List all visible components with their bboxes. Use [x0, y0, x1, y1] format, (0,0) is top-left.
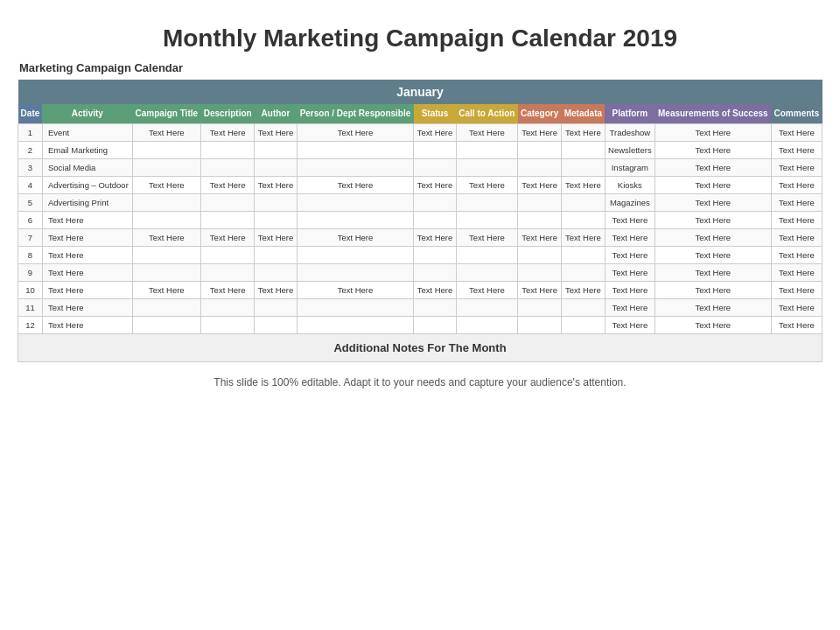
- cell-measurements: Text Here: [654, 282, 771, 299]
- cell-date: 6: [18, 212, 43, 229]
- cell-cta: [456, 264, 518, 282]
- cell-status: Text Here: [414, 282, 456, 299]
- cell-platform: Text Here: [605, 282, 654, 299]
- cell-description: [200, 317, 255, 334]
- cell-measurements: Text Here: [654, 247, 771, 264]
- cell-campaign: [132, 159, 200, 177]
- cell-date: 3: [18, 159, 43, 177]
- cell-status: [414, 142, 456, 159]
- cell-description: [200, 264, 255, 282]
- cell-category: Text Here: [518, 124, 562, 142]
- month-header-row: January: [18, 80, 822, 104]
- cell-category: [518, 142, 562, 159]
- cell-metadata: [562, 264, 606, 282]
- cell-person: Text Here: [297, 282, 414, 299]
- cell-cta: Text Here: [456, 229, 518, 247]
- table-row: 2Email MarketingNewslettersText HereText…: [18, 142, 822, 159]
- col-header-cta: Call to Action: [456, 104, 518, 124]
- cell-measurements: Text Here: [654, 212, 771, 229]
- cell-metadata: Text Here: [562, 282, 606, 299]
- col-header-comments: Comments: [771, 104, 822, 124]
- cell-description: [200, 299, 255, 317]
- cell-status: [414, 317, 456, 334]
- cell-date: 7: [18, 229, 43, 247]
- cell-status: [414, 194, 456, 212]
- cell-campaign: Text Here: [132, 177, 200, 194]
- cell-activity: Text Here: [42, 212, 132, 229]
- cell-metadata: [562, 212, 606, 229]
- cell-date: 10: [18, 282, 43, 299]
- cell-platform: Kiosks: [605, 177, 654, 194]
- cell-status: [414, 247, 456, 264]
- month-label: January: [18, 80, 822, 104]
- cell-cta: [456, 159, 518, 177]
- cell-status: Text Here: [414, 177, 456, 194]
- cell-author: Text Here: [255, 282, 297, 299]
- cell-person: [297, 142, 414, 159]
- cell-person: [297, 194, 414, 212]
- cell-comments: Text Here: [771, 124, 822, 142]
- cell-cta: [456, 299, 518, 317]
- cell-person: [297, 247, 414, 264]
- cell-activity: Email Marketing: [42, 142, 132, 159]
- table-row: 3Social MediaInstagramText HereText Here: [18, 159, 822, 177]
- cell-cta: [456, 247, 518, 264]
- cell-date: 11: [18, 299, 43, 317]
- table-row: 12Text HereText HereText HereText Here: [18, 317, 822, 334]
- cell-platform: Newsletters: [605, 142, 654, 159]
- col-header-campaign: Campaign Title: [132, 104, 200, 124]
- cell-cta: [456, 317, 518, 334]
- cell-campaign: [132, 194, 200, 212]
- col-header-person: Person / Dept Responsible: [297, 104, 414, 124]
- cell-campaign: [132, 142, 200, 159]
- cell-cta: [456, 212, 518, 229]
- col-header-measurements: Measurements of Success: [654, 104, 771, 124]
- cell-status: [414, 159, 456, 177]
- cell-metadata: [562, 299, 606, 317]
- cell-platform: Magazines: [605, 194, 654, 212]
- table-row: 11Text HereText HereText HereText Here: [18, 299, 822, 317]
- cell-campaign: [132, 317, 200, 334]
- cell-status: [414, 299, 456, 317]
- cell-author: [255, 194, 297, 212]
- cell-campaign: Text Here: [132, 124, 200, 142]
- cell-measurements: Text Here: [654, 194, 771, 212]
- cell-campaign: [132, 264, 200, 282]
- col-header-metadata: Metadata: [562, 104, 606, 124]
- cell-author: [255, 264, 297, 282]
- cell-measurements: Text Here: [654, 142, 771, 159]
- cell-description: Text Here: [200, 124, 255, 142]
- cell-comments: Text Here: [771, 142, 822, 159]
- cell-status: Text Here: [414, 124, 456, 142]
- cell-metadata: Text Here: [562, 124, 606, 142]
- cell-author: [255, 317, 297, 334]
- notes-label: Additional Notes For The Month: [18, 334, 822, 362]
- cell-measurements: Text Here: [654, 177, 771, 194]
- cell-author: [255, 142, 297, 159]
- col-header-category: Category: [518, 104, 562, 124]
- table-row: 6Text HereText HereText HereText Here: [18, 212, 822, 229]
- cell-person: Text Here: [297, 124, 414, 142]
- cell-platform: Text Here: [605, 247, 654, 264]
- page-title: Monthly Marketing Campaign Calendar 2019: [18, 9, 822, 61]
- cell-activity: Text Here: [42, 264, 132, 282]
- cell-metadata: [562, 247, 606, 264]
- column-header-row: Date Activity Campaign Title Description…: [18, 104, 822, 124]
- cell-metadata: Text Here: [562, 177, 606, 194]
- cell-campaign: [132, 212, 200, 229]
- cell-metadata: Text Here: [562, 229, 606, 247]
- footer-text: This slide is 100% editable. Adapt it to…: [18, 376, 822, 388]
- cell-cta: Text Here: [456, 177, 518, 194]
- cell-date: 4: [18, 177, 43, 194]
- cell-person: [297, 212, 414, 229]
- cell-person: [297, 159, 414, 177]
- cell-category: [518, 159, 562, 177]
- cell-platform: Tradeshow: [605, 124, 654, 142]
- cell-status: [414, 212, 456, 229]
- cell-platform: Text Here: [605, 264, 654, 282]
- cell-person: [297, 317, 414, 334]
- cell-measurements: Text Here: [654, 229, 771, 247]
- col-header-platform: Platform: [605, 104, 654, 124]
- table-row: 10Text HereText HereText HereText HereTe…: [18, 282, 822, 299]
- cell-comments: Text Here: [771, 194, 822, 212]
